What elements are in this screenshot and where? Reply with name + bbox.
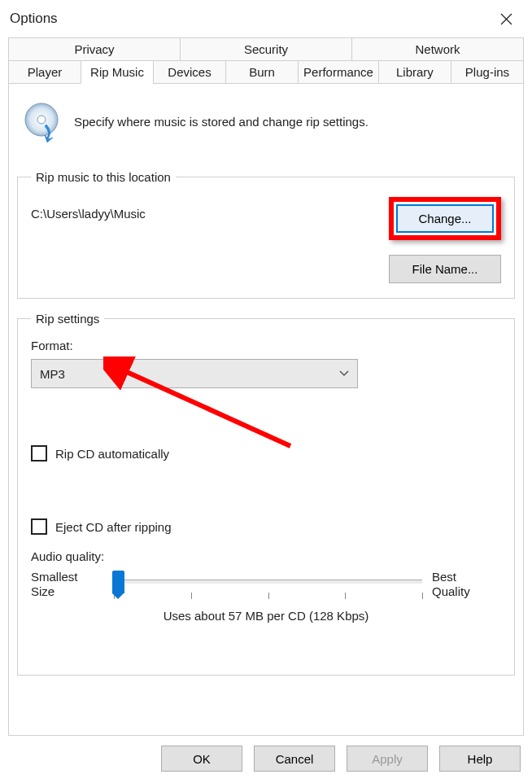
rip-location-legend: Rip music to this location [31,170,176,184]
quality-note: Uses about 57 MB per CD (128 Kbps) [31,609,501,623]
quality-max-label: Best Quality [432,570,501,599]
audio-quality-row: Smallest Size Best Quality [31,570,501,602]
tab-plugins[interactable]: Plug-ins [451,61,523,84]
intro-text: Specify where music is stored and change… [74,115,368,129]
file-name-button[interactable]: File Name... [389,255,501,283]
tab-burn[interactable]: Burn [225,61,298,84]
rip-auto-row: Rip CD automatically [31,445,501,461]
eject-label: Eject CD after ripping [55,520,172,534]
tab-strip: Privacy Security Network Player Rip Musi… [0,37,532,84]
format-select[interactable]: MP3 [31,359,358,388]
tab-security[interactable]: Security [180,38,351,61]
quality-min-label: Smallest Size [31,570,104,599]
slider-thumb[interactable] [112,571,124,593]
tab-performance[interactable]: Performance [298,61,378,84]
rip-settings-group: Rip settings Format: MP3 Rip CD a [17,312,515,676]
close-icon [500,13,512,25]
ok-button[interactable]: OK [161,746,242,772]
rip-auto-label: Rip CD automatically [55,447,169,461]
window-title: Options [10,11,490,27]
tab-rip-music[interactable]: Rip Music [81,61,153,84]
change-button-annotation: Change... [389,197,501,240]
close-button[interactable] [490,2,522,35]
tab-player[interactable]: Player [9,61,81,84]
tab-privacy[interactable]: Privacy [9,38,180,61]
rip-auto-checkbox[interactable] [31,445,47,461]
rip-location-group: Rip music to this location C:\Users\lady… [17,170,515,299]
title-bar: Options [0,0,532,37]
apply-button[interactable]: Apply [347,746,428,772]
eject-checkbox[interactable] [31,518,47,535]
help-button[interactable]: Help [439,746,521,772]
rip-settings-legend: Rip settings [31,312,104,326]
tab-panel: Specify where music is stored and change… [8,84,524,736]
dialog-button-bar: OK Cancel Apply Help [0,736,532,783]
cancel-button[interactable]: Cancel [254,746,335,772]
chevron-down-icon [339,370,349,377]
change-button[interactable]: Change... [396,204,494,233]
audio-quality-label: Audio quality: [31,549,501,563]
tab-devices[interactable]: Devices [153,61,225,84]
intro-row: Specify where music is stored and change… [17,95,515,147]
cd-rip-icon [20,100,63,142]
options-dialog: Options Privacy Security Network Player … [0,0,532,783]
audio-quality-slider[interactable] [114,570,422,602]
rip-location-path: C:\Users\ladyy\Music [31,197,389,221]
tab-network[interactable]: Network [351,38,523,61]
svg-point-3 [37,116,46,124]
format-select-value: MP3 [40,367,339,381]
tab-library[interactable]: Library [378,61,451,84]
format-label: Format: [31,339,501,352]
eject-row: Eject CD after ripping [31,518,501,535]
